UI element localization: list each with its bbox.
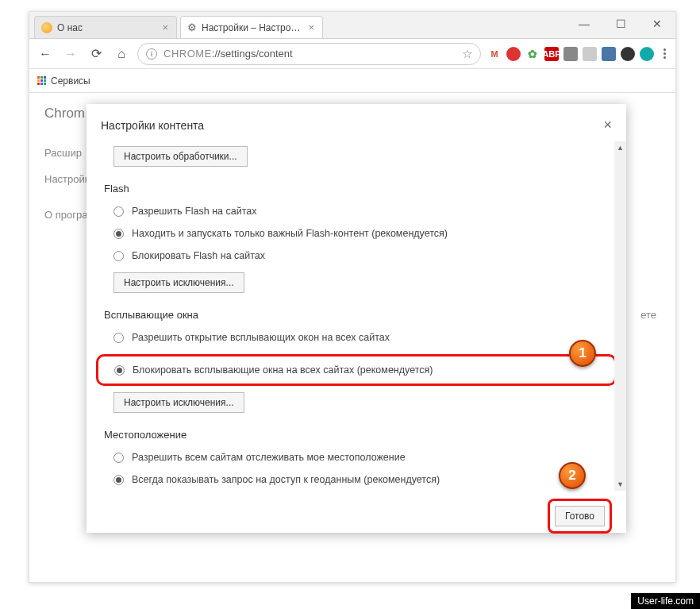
bookmark-star-icon[interactable]: ☆ [462, 47, 472, 61]
highlighted-option: Блокировать всплывающие окна на всех сай… [96, 354, 617, 386]
window-controls: — ☐ ✕ [566, 12, 675, 36]
extensions-row: M ✿ ABP [487, 47, 654, 61]
dialog-header: Настройки контента × [87, 104, 626, 141]
popups-allow-option[interactable]: Разрешить открытие всплывающих окон на в… [113, 332, 609, 343]
popups-block-option[interactable]: Блокировать всплывающие окна на всех сай… [114, 364, 608, 376]
maximize-button[interactable]: ☐ [602, 12, 639, 36]
opera-icon[interactable] [506, 47, 521, 61]
tab-title: Настройки – Настройки [202, 22, 305, 33]
section-location-title: Местоположение [104, 429, 609, 441]
dialog-body: ▲ ▼ Настроить обработчики... Flash Разре… [87, 141, 626, 491]
flash-detect-option[interactable]: Находить и запускать только важный Flash… [113, 228, 609, 239]
radio-selected-icon [114, 365, 125, 376]
dialog-close-button[interactable]: × [603, 117, 612, 133]
scroll-down-icon[interactable]: ▼ [614, 478, 626, 491]
gear-icon: ⚙ [187, 21, 197, 33]
bookmarks-bar: Сервисы [29, 69, 675, 93]
url-path: ://settings/content [212, 48, 293, 60]
reload-button[interactable]: ⟳ [87, 44, 106, 64]
extension-icon[interactable] [621, 47, 635, 61]
bookmarks-services[interactable]: Сервисы [51, 75, 90, 87]
annotation-badge-1: 1 [569, 340, 596, 367]
extension-icon[interactable]: ✿ [525, 47, 540, 61]
scroll-up-icon[interactable]: ▲ [614, 141, 626, 154]
dialog-footer: 2 Готово [87, 491, 626, 542]
option-label: Разрешить открытие всплывающих окон на в… [132, 332, 390, 343]
option-label: Блокировать всплывающие окна на всех сай… [133, 364, 433, 376]
window-close-button[interactable]: ✕ [639, 12, 675, 36]
favicon-icon [41, 22, 52, 33]
radio-icon [113, 206, 124, 217]
site-info-icon[interactable]: i [146, 48, 157, 60]
watermark: User-life.com [631, 593, 700, 609]
tab-settings[interactable]: ⚙ Настройки – Настройки × [180, 16, 323, 38]
option-label: Всегда показывать запрос на доступ к гео… [132, 474, 440, 485]
option-label: Находить и запускать только важный Flash… [132, 228, 448, 239]
flash-allow-option[interactable]: Разрешить Flash на сайтах [113, 206, 609, 217]
extension-icon[interactable] [640, 47, 654, 61]
done-highlight: Готово [548, 499, 612, 534]
apps-grid-icon[interactable] [37, 76, 46, 85]
address-bar: ← → ⟳ ⌂ i CHROME ://settings/content ☆ M… [29, 39, 675, 69]
page-content: Chrom Расшир Настройк О програм ете Наст… [29, 93, 675, 582]
home-button[interactable]: ⌂ [112, 44, 131, 64]
adblock-icon[interactable]: ABP [544, 47, 559, 61]
url-scheme: CHROME [163, 48, 212, 60]
scrollbar[interactable]: ▲ ▼ [614, 141, 626, 491]
location-allow-option[interactable]: Разрешить всем сайтам отслеживать мое ме… [113, 452, 609, 463]
radio-selected-icon [113, 475, 124, 485]
back-button[interactable]: ← [36, 44, 55, 64]
radio-selected-icon [113, 229, 124, 239]
minimize-button[interactable]: — [566, 12, 602, 36]
flash-block-option[interactable]: Блокировать Flash на сайтах [113, 250, 609, 261]
section-popups-title: Всплывающие окна [104, 309, 609, 321]
tab-close-icon[interactable]: × [306, 21, 316, 33]
radio-icon [113, 251, 124, 261]
tab-close-icon[interactable]: × [160, 21, 170, 33]
dialog-title: Настройки контента [101, 119, 204, 132]
url-input[interactable]: i CHROME ://settings/content ☆ [137, 43, 481, 65]
configure-exceptions-button[interactable]: Настроить исключения... [113, 272, 244, 293]
extension-icon[interactable] [583, 47, 597, 61]
radio-icon [113, 453, 124, 463]
annotation-badge-2: 2 [559, 462, 586, 489]
browser-menu-button[interactable] [660, 45, 669, 62]
option-label: Разрешить Flash на сайтах [132, 206, 256, 217]
extension-icon[interactable] [563, 47, 578, 61]
radio-icon [113, 333, 124, 343]
configure-handlers-button[interactable]: Настроить обработчики... [113, 146, 248, 167]
vk-icon[interactable] [602, 47, 616, 61]
done-button[interactable]: Готово [555, 506, 605, 526]
tab-about[interactable]: О нас × [34, 16, 177, 38]
location-ask-option[interactable]: Всегда показывать запрос на доступ к гео… [113, 474, 609, 485]
gmail-icon[interactable]: M [487, 47, 502, 61]
option-label: Разрешить всем сайтам отслеживать мое ме… [132, 452, 406, 463]
tab-title: О нас [57, 22, 83, 33]
browser-window: — ☐ ✕ О нас × ⚙ Настройки – Настройки × … [29, 11, 676, 583]
configure-exceptions-button[interactable]: Настроить исключения... [113, 392, 244, 413]
content-settings-dialog: Настройки контента × ▲ ▼ Настроить обраб… [87, 104, 626, 533]
option-label: Блокировать Flash на сайтах [132, 250, 265, 261]
forward-button[interactable]: → [61, 44, 80, 64]
section-flash-title: Flash [104, 183, 609, 195]
